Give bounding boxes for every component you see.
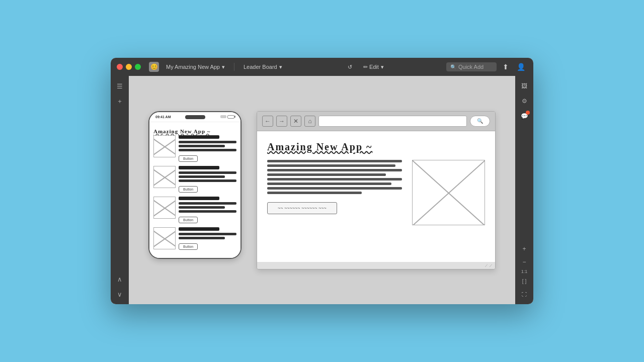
browser-site-title: Amazing New App ~ (267, 141, 372, 153)
item-text-line (179, 141, 236, 143)
mobile-status-icons (220, 115, 234, 119)
browser-main-image (412, 160, 485, 225)
zoom-controls: + − 1:1 [ ] ⛶ (518, 243, 530, 300)
notification-badge (526, 111, 530, 115)
mobile-item-content-1: Button (179, 135, 236, 162)
item-title-line (179, 227, 219, 231)
mobile-item-image-4 (153, 227, 176, 249)
browser-address-bar[interactable] (318, 116, 467, 127)
app-name-chevron: ▾ (222, 64, 225, 70)
mobile-item-content-4: Button (179, 227, 236, 250)
item-button-3[interactable]: Button (179, 217, 198, 223)
board-name-button[interactable]: Leader Board ▾ (240, 63, 285, 71)
text-line (267, 178, 402, 180)
fit-to-screen-icon[interactable]: [ ] (518, 275, 530, 287)
item-button-4[interactable]: Button (179, 243, 198, 250)
share-icon: ⬆ (503, 63, 509, 71)
sidebar-add-icon[interactable]: + (114, 95, 126, 107)
refresh-button[interactable]: ↺ (345, 63, 355, 71)
browser-cta-button[interactable]: ~~ ~~~~~~ ~~~~~~ ~~~ (267, 202, 337, 214)
close-button[interactable] (117, 64, 123, 70)
board-name-chevron: ▾ (279, 64, 282, 70)
app-name-label: My Amazing New App (166, 64, 220, 70)
refresh-icon: ↺ (348, 64, 352, 70)
layers-icon[interactable]: 🖼 (518, 80, 530, 92)
item-text-line (179, 179, 236, 182)
browser-text-area: ~~ ~~~~~~ ~~~~~~ ~~~ (267, 160, 402, 225)
mobile-wireframe: 09:41 AM Amazing New App ~ (148, 111, 242, 259)
item-button-2[interactable]: Button (179, 186, 198, 193)
item-title-line (179, 135, 219, 139)
browser-search-button[interactable]: 🔍 (470, 116, 490, 127)
mobile-time: 09:41 AM (155, 115, 171, 119)
wireframes-container: 09:41 AM Amazing New App ~ (138, 101, 506, 280)
mobile-notch-bar: 09:41 AM (149, 112, 240, 122)
minimize-button[interactable] (126, 64, 132, 70)
mobile-item-content-2: Button (179, 166, 236, 193)
fullscreen-icon[interactable]: ⛶ (518, 288, 530, 300)
browser-stop-button[interactable]: ✕ (290, 116, 301, 127)
list-item: Button (153, 197, 236, 223)
item-text-line (179, 206, 225, 209)
edit-button[interactable]: ✏ Edit ▾ (360, 63, 387, 71)
separator (234, 63, 234, 71)
browser-body-text (267, 160, 402, 194)
mobile-notch-oval (185, 115, 205, 119)
left-sidebar: ☰ + ∧ ∨ (111, 76, 129, 304)
browser-wireframe: ← → ✕ ⌂ 🔍 Amazing New App ~ (257, 111, 496, 269)
list-item: Button (153, 135, 236, 162)
mobile-app-title: Amazing New App ~ (153, 128, 210, 134)
zoom-label: 1:1 (521, 269, 528, 274)
browser-scrollbar-area[interactable]: ⟋⟋ (257, 262, 495, 269)
profile-icon: 👤 (517, 63, 525, 71)
item-text-line (179, 149, 236, 151)
text-line (267, 160, 402, 162)
board-name-label: Leader Board (244, 64, 277, 70)
item-text-line (179, 202, 236, 205)
sidebar-down-icon[interactable]: ∨ (114, 288, 126, 300)
mobile-item-image-3 (153, 197, 176, 219)
text-line (267, 187, 402, 190)
browser-content: Amazing New App ~ (257, 131, 495, 262)
mobile-item-image-1 (153, 135, 176, 157)
canvas-area[interactable]: 09:41 AM Amazing New App ~ (129, 76, 515, 304)
settings-icon[interactable]: ⚙ (518, 95, 530, 107)
browser-toolbar: ← → ✕ ⌂ 🔍 (257, 112, 495, 131)
text-line (267, 169, 402, 171)
item-title-line (179, 197, 219, 200)
item-text-line (179, 233, 236, 235)
item-text-line (179, 175, 225, 178)
item-text-line (179, 237, 225, 239)
profile-button[interactable]: 👤 (515, 62, 527, 72)
traffic-lights (117, 64, 141, 70)
sidebar-menu-icon[interactable]: ☰ (114, 80, 126, 92)
mobile-item-image-2 (153, 166, 176, 188)
browser-forward-button[interactable]: → (276, 116, 287, 127)
item-text-line (179, 210, 236, 213)
zoom-in-button[interactable]: + (518, 243, 530, 255)
title-bar-center: ↺ ✏ Edit ▾ (289, 63, 442, 71)
maximize-button[interactable] (135, 64, 141, 70)
browser-back-button[interactable]: ← (262, 116, 273, 127)
mobile-content: Amazing New App ~ Button (149, 122, 240, 258)
browser-home-button[interactable]: ⌂ (304, 116, 315, 127)
main-layout: ☰ + ∧ ∨ 09:41 AM (111, 76, 533, 304)
share-button[interactable]: ⬆ (501, 62, 511, 72)
comments-icon[interactable]: 💬 (518, 110, 530, 122)
app-logo: 😊 (149, 62, 159, 72)
browser-main-content: ~~ ~~~~~~ ~~~~~~ ~~~ (267, 160, 485, 225)
item-text-line (179, 145, 225, 147)
app-window: 😊 My Amazing New App ▾ Leader Board ▾ ↺ … (111, 58, 533, 304)
right-sidebar: 🖼 ⚙ 💬 + − 1:1 [ ] ⛶ (515, 76, 533, 304)
zoom-out-button[interactable]: − (518, 256, 530, 268)
mobile-signal-icon (220, 115, 226, 118)
item-button-1[interactable]: Button (179, 155, 198, 162)
text-line (267, 164, 395, 167)
list-item: Button (153, 227, 236, 250)
title-bar: 😊 My Amazing New App ▾ Leader Board ▾ ↺ … (111, 58, 533, 76)
quick-add-container[interactable]: 🔍 Quick Add (446, 62, 497, 71)
list-item: Button (153, 166, 236, 193)
app-name-button[interactable]: My Amazing New App ▾ (163, 63, 228, 71)
mobile-item-content-3: Button (179, 197, 236, 223)
sidebar-up-icon[interactable]: ∧ (114, 273, 126, 285)
